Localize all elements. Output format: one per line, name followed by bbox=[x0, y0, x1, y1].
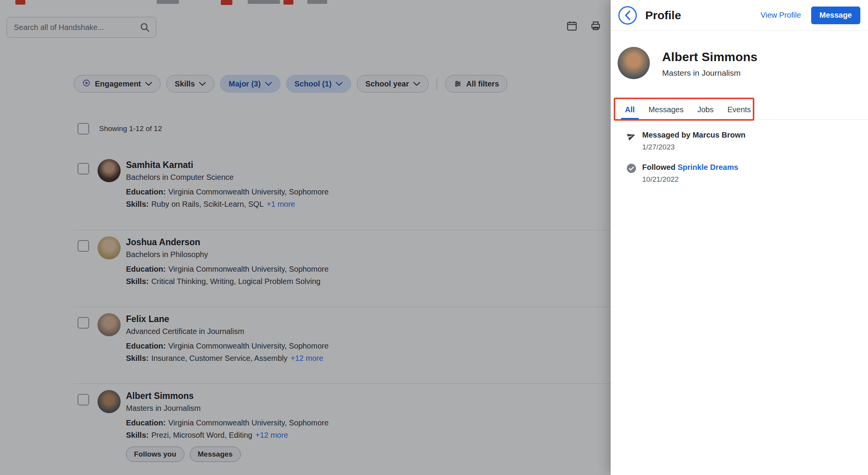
student-card[interactable]: Felix Lane Advanced Certificate in Journ… bbox=[74, 307, 611, 384]
filter-skills[interactable]: Skills bbox=[166, 75, 214, 93]
education-label: Education: bbox=[126, 342, 166, 350]
filter-label: Engagement bbox=[95, 80, 141, 88]
education-value: Virginia Commonwealth University, Sophom… bbox=[168, 265, 328, 273]
profile-avatar bbox=[618, 47, 650, 79]
filter-major[interactable]: Major (3) bbox=[220, 75, 280, 93]
filter-engagement[interactable]: Engagement bbox=[74, 75, 161, 93]
student-degree: Bachelors in Computer Science bbox=[126, 173, 329, 182]
student-name[interactable]: Joshua Anderson bbox=[126, 237, 329, 247]
activity-text: Messaged by Marcus Brown bbox=[642, 131, 745, 140]
student-name[interactable]: Albert Simmons bbox=[126, 391, 329, 401]
student-name[interactable]: Samhita Karnati bbox=[126, 160, 329, 170]
skills-label: Skills: bbox=[126, 354, 149, 362]
filter-label: School year bbox=[365, 80, 409, 88]
messages-badge[interactable]: Messages bbox=[190, 447, 241, 462]
view-profile-link[interactable]: View Profile bbox=[760, 11, 801, 20]
profile-text: Albert Simmons Masters in Journalism bbox=[662, 47, 757, 78]
student-info: Samhita Karnati Bachelors in Computer Sc… bbox=[126, 159, 329, 209]
search-input[interactable] bbox=[7, 17, 156, 38]
activity-text: Followed Sprinkle Dreams bbox=[642, 163, 738, 172]
select-all-checkbox[interactable] bbox=[78, 123, 89, 135]
tab-all[interactable]: All bbox=[621, 101, 639, 120]
results-header: Showing 1-12 of 12 bbox=[78, 123, 162, 135]
education-value: Virginia Commonwealth University, Sophom… bbox=[168, 419, 328, 427]
skills-label: Skills: bbox=[126, 277, 149, 286]
student-info: Joshua Anderson Bachelors in Philosophy … bbox=[126, 236, 329, 286]
print-icon[interactable] bbox=[590, 20, 601, 33]
chevron-down-icon bbox=[265, 82, 272, 86]
skills-value: Insurance, Customer Service, Assembly bbox=[151, 354, 288, 362]
student-search-page: Engagement Skills Major (3) School (1) bbox=[0, 0, 611, 475]
skills-label: Skills: bbox=[126, 200, 149, 208]
student-degree: Masters in Journalism bbox=[126, 404, 329, 413]
student-card[interactable]: Samhita Karnati Bachelors in Computer Sc… bbox=[74, 153, 611, 230]
tab-events[interactable]: Events bbox=[724, 101, 755, 120]
chevron-down-icon bbox=[413, 82, 420, 86]
calendar-icon[interactable] bbox=[566, 20, 578, 33]
search-icon[interactable] bbox=[139, 22, 150, 34]
education-line: Education:Virginia Commonwealth Universi… bbox=[126, 188, 329, 196]
filter-label: School (1) bbox=[295, 80, 332, 88]
engagement-icon bbox=[82, 79, 91, 89]
avatar bbox=[98, 236, 121, 259]
filter-label: Skills bbox=[175, 80, 195, 88]
tab-jobs[interactable]: Jobs bbox=[694, 101, 717, 120]
activity-text-prefix: Followed bbox=[642, 163, 678, 171]
all-filters-label: All filters bbox=[466, 80, 499, 88]
activity-item: Followed Sprinkle Dreams 10/21/2022 bbox=[626, 163, 860, 184]
chevron-down-icon bbox=[336, 82, 343, 86]
activity-item: Messaged by Marcus Brown 1/27/2023 bbox=[626, 131, 860, 151]
skills-label: Skills: bbox=[126, 431, 149, 439]
student-card[interactable]: Joshua Anderson Bachelors in Philosophy … bbox=[74, 230, 611, 307]
avatar bbox=[98, 390, 121, 413]
toolbar-icons bbox=[566, 20, 601, 33]
student-checkbox[interactable] bbox=[78, 317, 89, 329]
student-info: Felix Lane Advanced Certificate in Journ… bbox=[126, 313, 329, 363]
student-name[interactable]: Felix Lane bbox=[126, 314, 329, 324]
send-icon bbox=[626, 131, 636, 143]
avatar bbox=[98, 159, 121, 182]
message-button[interactable]: Message bbox=[811, 7, 861, 24]
student-checkbox[interactable] bbox=[78, 394, 89, 405]
student-checkbox[interactable] bbox=[78, 163, 89, 174]
student-checkbox[interactable] bbox=[78, 240, 89, 252]
profile-degree: Masters in Journalism bbox=[662, 68, 757, 78]
education-label: Education: bbox=[126, 265, 166, 273]
chevron-down-icon bbox=[145, 82, 152, 86]
filter-label: Major (3) bbox=[229, 80, 260, 88]
screen: Engagement Skills Major (3) School (1) bbox=[0, 0, 868, 475]
panel-title: Profile bbox=[645, 9, 681, 22]
education-value: Virginia Commonwealth University, Sophom… bbox=[168, 188, 328, 196]
activity-date: 1/27/2023 bbox=[642, 143, 745, 151]
more-skills-link[interactable]: +12 more bbox=[291, 354, 323, 362]
more-skills-link[interactable]: +12 more bbox=[255, 431, 288, 439]
back-button[interactable] bbox=[618, 6, 637, 25]
company-link[interactable]: Sprinkle Dreams bbox=[678, 163, 738, 171]
filter-school[interactable]: School (1) bbox=[286, 75, 351, 93]
skills-value: Critical Thinking, Writing, Logical Prob… bbox=[151, 277, 321, 286]
education-line: Education:Virginia Commonwealth Universi… bbox=[126, 342, 329, 350]
filter-bar: Engagement Skills Major (3) School (1) bbox=[74, 75, 507, 93]
badge-row: Follows you Messages bbox=[126, 447, 329, 462]
filter-school-year[interactable]: School year bbox=[357, 75, 428, 93]
check-circle-icon bbox=[626, 163, 636, 175]
skills-value: Ruby on Rails, Scikit-Learn, SQL bbox=[151, 200, 263, 208]
avatar bbox=[98, 313, 121, 336]
global-search bbox=[7, 17, 156, 38]
education-line: Education:Virginia Commonwealth Universi… bbox=[126, 419, 329, 427]
student-degree: Bachelors in Philosophy bbox=[126, 250, 329, 259]
all-filters-button[interactable]: All filters bbox=[445, 75, 508, 93]
more-skills-link[interactable]: +1 more bbox=[267, 200, 295, 208]
profile-summary: Albert Simmons Masters in Journalism bbox=[618, 47, 757, 79]
chevron-left-icon bbox=[624, 10, 631, 20]
skills-line: Skills:Prezi, Microsoft Word, Editing+12… bbox=[126, 431, 329, 440]
education-label: Education: bbox=[126, 188, 166, 196]
skills-line: Skills:Ruby on Rails, Scikit-Learn, SQL+… bbox=[126, 200, 329, 209]
student-list: Samhita Karnati Bachelors in Computer Sc… bbox=[74, 153, 611, 462]
student-card[interactable]: Albert Simmons Masters in Journalism Edu… bbox=[74, 384, 611, 462]
profile-panel: Profile View Profile Message Albert Simm… bbox=[611, 0, 868, 475]
follows-you-badge[interactable]: Follows you bbox=[126, 447, 184, 462]
education-label: Education: bbox=[126, 419, 166, 427]
education-line: Education:Virginia Commonwealth Universi… bbox=[126, 265, 329, 274]
tab-messages[interactable]: Messages bbox=[645, 101, 687, 120]
